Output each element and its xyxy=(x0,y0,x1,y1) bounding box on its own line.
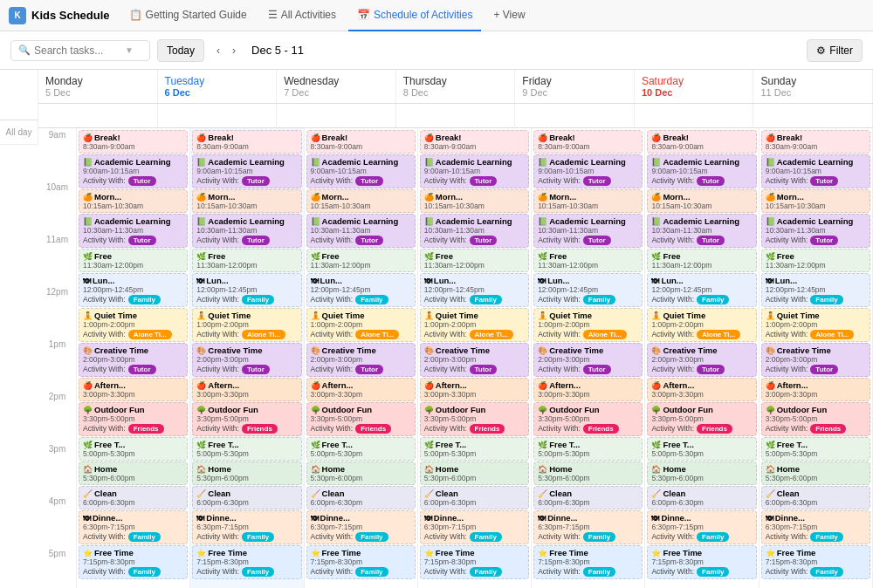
block-outdoor-sat[interactable]: 🌳Outdoor Fun 3:30pm-5:00pm Activity With… xyxy=(647,402,756,436)
block-freet-wed[interactable]: 🌿Free T... 5:00pm-5:30pm xyxy=(306,437,416,461)
search-input[interactable] xyxy=(34,44,121,57)
block-morning-mon[interactable]: 🍊Morn... 10:15am-10:30am xyxy=(79,189,188,213)
block-academic2-mon[interactable]: 📗Academic Learning 10:30am-11:30am Activ… xyxy=(79,214,188,248)
block-freetime-tue[interactable]: ⭐Free Time 7:15pm-8:30pm Activity With: … xyxy=(192,545,301,579)
block-dinner-thu[interactable]: 🍽Dinne... 6:30pm-7:15pm Activity With: F… xyxy=(420,510,529,544)
block-creative-sat[interactable]: 🎨Creative Time 2:00pm-3:00pm Activity Wi… xyxy=(647,343,756,377)
block-academic2-fri[interactable]: 📗Academic Learning 10:30am-11:30am Activ… xyxy=(533,214,643,248)
block-break-tue[interactable]: 🍎Break! 8:30am-9:00am xyxy=(192,130,301,154)
block-freetime-mon[interactable]: ⭐Free Time 7:15pm-8:30pm Activity With: … xyxy=(79,545,188,579)
block-home-wed[interactable]: 🏠Home 5:30pm-6:00pm xyxy=(306,462,416,485)
block-lunch-thu[interactable]: 🍽Lun... 12:00pm-12:45pm Activity With: F… xyxy=(420,273,529,307)
block-freetime-wed[interactable]: ⭐Free Time 7:15pm-8:30pm Activity With: … xyxy=(306,545,416,579)
block-creative-mon[interactable]: 🎨Creative Time 2:00pm-3:00pm Activity Wi… xyxy=(79,343,188,377)
block-free-sat[interactable]: 🌿Free 11:30am-12:00pm xyxy=(647,249,756,272)
block-freet-sat[interactable]: 🌿Free T... 5:00pm-5:30pm xyxy=(647,437,756,461)
block-outdoor-tue[interactable]: 🌳Outdoor Fun 3:30pm-5:00pm Activity With… xyxy=(192,402,301,436)
block-quiet-thu[interactable]: 🧘Quiet Time 1:00pm-2:00pm Activity With:… xyxy=(420,308,529,342)
block-dinner-sat[interactable]: 🍽Dinne... 6:30pm-7:15pm Activity With: F… xyxy=(647,510,756,544)
block-afternoon-thu[interactable]: 🍎Aftern... 3:00pm-3:30pm xyxy=(420,378,529,401)
block-creative-fri[interactable]: 🎨Creative Time 2:00pm-3:00pm Activity Wi… xyxy=(533,343,643,377)
block-lunch-tue[interactable]: 🍽Lun... 12:00pm-12:45pm Activity With: F… xyxy=(192,273,301,307)
block-creative-thu[interactable]: 🎨Creative Time 2:00pm-3:00pm Activity Wi… xyxy=(420,343,529,377)
block-quiet-sun[interactable]: 🧘Quiet Time 1:00pm-2:00pm Activity With:… xyxy=(761,308,870,342)
block-clean-wed[interactable]: 🧹Clean 6:00pm-6:30pm xyxy=(306,486,416,509)
block-academic2-wed[interactable]: 📗Academic Learning 10:30am-11:30am Activ… xyxy=(306,214,416,248)
block-quiet-mon[interactable]: 🧘Quiet Time 1:00pm-2:00pm Activity With:… xyxy=(79,308,188,342)
block-dinner-sun[interactable]: 🍽Dinne... 6:30pm-7:15pm Activity With: F… xyxy=(761,510,870,544)
block-academic1-sun[interactable]: 📗Academic Learning 9:00am-10:15am Activi… xyxy=(761,154,870,188)
block-morning-wed[interactable]: 🍊Morn... 10:15am-10:30am xyxy=(306,189,416,213)
block-lunch-sat[interactable]: 🍽Lun... 12:00pm-12:45pm Activity With: F… xyxy=(647,273,756,307)
block-afternoon-mon[interactable]: 🍎Aftern... 3:00pm-3:30pm xyxy=(79,378,188,401)
block-break-thu[interactable]: 🍎Break! 8:30am-9:00am xyxy=(420,130,529,154)
block-dinner-mon[interactable]: 🍽Dinne... 6:30pm-7:15pm Activity With: F… xyxy=(79,510,188,544)
tab-getting-started[interactable]: 📋 Getting Started Guide xyxy=(120,0,256,31)
block-free-thu[interactable]: 🌿Free 11:30am-12:00pm xyxy=(420,249,529,272)
block-lunch-sun[interactable]: 🍽Lun... 12:00pm-12:45pm Activity With: F… xyxy=(761,273,870,307)
block-freet-mon[interactable]: 🌿Free T... 5:00pm-5:30pm xyxy=(79,437,188,461)
search-box[interactable]: 🔍 ▼ xyxy=(10,40,150,61)
block-freetime-sat[interactable]: ⭐Free Time 7:15pm-8:30pm Activity With: … xyxy=(647,545,756,579)
block-academic2-sun[interactable]: 📗Academic Learning 10:30am-11:30am Activ… xyxy=(761,214,870,248)
block-clean-sat[interactable]: 🧹Clean 6:00pm-6:30pm xyxy=(647,486,756,509)
block-break-fri[interactable]: 🍎Break! 8:30am-9:00am xyxy=(533,130,643,154)
block-academic1-thu[interactable]: 📗Academic Learning 9:00am-10:15am Activi… xyxy=(420,154,529,188)
block-morning-sun[interactable]: 🍊Morn... 10:15am-10:30am xyxy=(761,189,870,213)
today-button[interactable]: Today xyxy=(157,39,204,62)
block-freet-fri[interactable]: 🌿Free T... 5:00pm-5:30pm xyxy=(533,437,643,461)
block-creative-tue[interactable]: 🎨Creative Time 2:00pm-3:00pm Activity Wi… xyxy=(192,343,301,377)
block-morning-tue[interactable]: 🍊Morn... 10:15am-10:30am xyxy=(192,189,301,213)
block-dinner-fri[interactable]: 🍽Dinne... 6:30pm-7:15pm Activity With: F… xyxy=(533,510,643,544)
block-outdoor-sun[interactable]: 🌳Outdoor Fun 3:30pm-5:00pm Activity With… xyxy=(761,402,870,436)
block-quiet-fri[interactable]: 🧘Quiet Time 1:00pm-2:00pm Activity With:… xyxy=(533,308,643,342)
tab-view[interactable]: + View xyxy=(485,0,533,31)
filter-button[interactable]: ⚙ Filter xyxy=(807,39,863,62)
block-clean-mon[interactable]: 🧹Clean 6:00pm-6:30pm xyxy=(79,486,188,509)
block-academic1-wed[interactable]: 📗Academic Learning 9:00am-10:15am Activi… xyxy=(306,154,416,188)
block-quiet-wed[interactable]: 🧘Quiet Time 1:00pm-2:00pm Activity With:… xyxy=(306,308,416,342)
block-afternoon-sat[interactable]: 🍎Aftern... 3:00pm-3:30pm xyxy=(647,378,756,401)
prev-arrow[interactable]: ‹ xyxy=(211,41,225,60)
block-free-sun[interactable]: 🌿Free 11:30am-12:00pm xyxy=(761,249,870,272)
block-academic2-thu[interactable]: 📗Academic Learning 10:30am-11:30am Activ… xyxy=(420,214,529,248)
block-home-mon[interactable]: 🏠Home 5:30pm-6:00pm xyxy=(79,462,188,485)
block-morning-fri[interactable]: 🍊Morn... 10:15am-10:30am xyxy=(533,189,643,213)
block-freetime-thu[interactable]: ⭐Free Time 7:15pm-8:30pm Activity With: … xyxy=(420,545,529,579)
block-dinner-wed[interactable]: 🍽Dinne... 6:30pm-7:15pm Activity With: F… xyxy=(306,510,416,544)
block-freet-tue[interactable]: 🌿Free T... 5:00pm-5:30pm xyxy=(192,437,301,461)
block-freetime-fri[interactable]: ⭐Free Time 7:15pm-8:30pm Activity With: … xyxy=(533,545,643,579)
block-afternoon-sun[interactable]: 🍎Aftern... 3:00pm-3:30pm xyxy=(761,378,870,401)
block-morning-sat[interactable]: 🍊Morn... 10:15am-10:30am xyxy=(647,189,756,213)
block-dinner-tue[interactable]: 🍽Dinne... 6:30pm-7:15pm Activity With: F… xyxy=(192,510,301,544)
block-break-sun[interactable]: 🍎Break! 8:30am-9:00am xyxy=(761,130,870,154)
block-creative-wed[interactable]: 🎨Creative Time 2:00pm-3:00pm Activity Wi… xyxy=(306,343,416,377)
next-arrow[interactable]: › xyxy=(227,41,241,60)
block-clean-fri[interactable]: 🧹Clean 6:00pm-6:30pm xyxy=(533,486,643,509)
block-free-mon[interactable]: 🌿Free 11:30am-12:00pm xyxy=(79,249,188,272)
block-clean-sun[interactable]: 🧹Clean 6:00pm-6:30pm xyxy=(761,486,870,509)
block-afternoon-tue[interactable]: 🍎Aftern... 3:00pm-3:30pm xyxy=(192,378,301,401)
block-creative-sun[interactable]: 🎨Creative Time 2:00pm-3:00pm Activity Wi… xyxy=(761,343,870,377)
block-afternoon-fri[interactable]: 🍎Aftern... 3:00pm-3:30pm xyxy=(533,378,643,401)
block-home-thu[interactable]: 🏠Home 5:30pm-6:00pm xyxy=(420,462,529,485)
block-outdoor-fri[interactable]: 🌳Outdoor Fun 3:30pm-5:00pm Activity With… xyxy=(533,402,643,436)
calendar-scroll[interactable]: 9am 10am 11am 12pm 1pm 2pm 3pm 4pm 5pm 6… xyxy=(38,128,873,588)
block-outdoor-wed[interactable]: 🌳Outdoor Fun 3:30pm-5:00pm Activity With… xyxy=(306,402,416,436)
block-free-fri[interactable]: 🌿Free 11:30am-12:00pm xyxy=(533,249,643,272)
block-free-wed[interactable]: 🌿Free 11:30am-12:00pm xyxy=(306,249,416,272)
block-freet-thu[interactable]: 🌿Free T... 5:00pm-5:30pm xyxy=(420,437,529,461)
block-afternoon-wed[interactable]: 🍎Aftern... 3:00pm-3:30pm xyxy=(306,378,416,401)
block-quiet-sat[interactable]: 🧘Quiet Time 1:00pm-2:00pm Activity With:… xyxy=(647,308,756,342)
block-home-fri[interactable]: 🏠Home 5:30pm-6:00pm xyxy=(533,462,643,485)
block-outdoor-mon[interactable]: 🌳Outdoor Fun 3:30pm-5:00pm Activity With… xyxy=(79,402,188,436)
tab-schedule[interactable]: 📅 Schedule of Activities xyxy=(348,0,481,31)
block-break-sat[interactable]: 🍎Break! 8:30am-9:00am xyxy=(647,130,756,154)
block-academic2-tue[interactable]: 📗Academic Learning 10:30am-11:30am Activ… xyxy=(192,214,301,248)
block-break-wed[interactable]: 🍎Break! 8:30am-9:00am xyxy=(306,130,416,154)
block-clean-tue[interactable]: 🧹Clean 6:00pm-6:30pm xyxy=(192,486,301,509)
tab-all-activities[interactable]: ☰ All Activities xyxy=(259,0,345,31)
block-freet-sun[interactable]: 🌿Free T... 5:00pm-5:30pm xyxy=(761,437,870,461)
block-outdoor-thu[interactable]: 🌳Outdoor Fun 3:30pm-5:00pm Activity With… xyxy=(420,402,529,436)
block-freetime-sun[interactable]: ⭐Free Time 7:15pm-8:30pm Activity With: … xyxy=(761,545,870,579)
